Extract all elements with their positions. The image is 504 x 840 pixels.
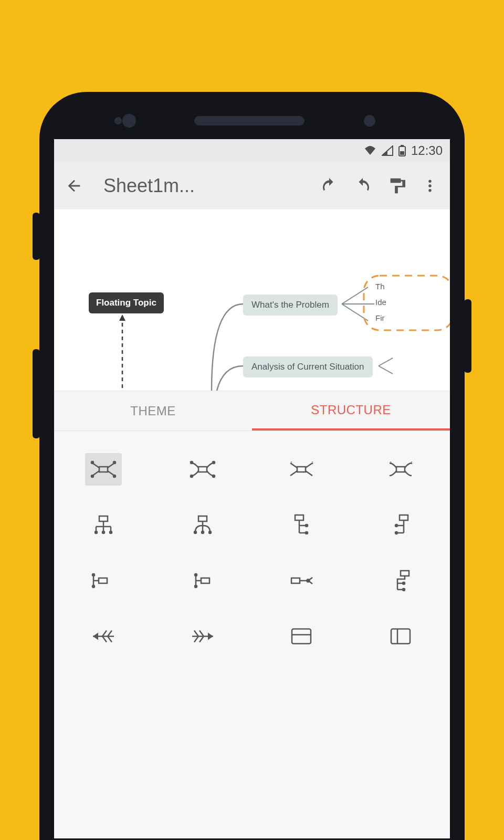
cellular-icon [382, 145, 393, 156]
svg-rect-13 [198, 467, 207, 472]
tree-down-icon [390, 570, 411, 592]
structure-fishbone-left[interactable] [85, 620, 122, 653]
svg-point-11 [113, 461, 116, 464]
undo-icon [320, 176, 339, 195]
power-button [464, 299, 471, 373]
svg-point-36 [395, 524, 397, 527]
structure-tree-down[interactable] [382, 564, 419, 597]
leaf-node-3[interactable]: Fir [375, 313, 385, 322]
phone-camera-2 [364, 115, 375, 127]
svg-text:1: 1 [290, 460, 293, 465]
svg-point-14 [191, 461, 193, 464]
tab-structure[interactable]: STRUCTURE [252, 391, 450, 430]
status-time: 12:30 [411, 143, 443, 158]
org-chart-down-alt-icon [191, 515, 214, 535]
structure-grid: 11 11 [54, 430, 450, 838]
format-paint-icon [387, 177, 405, 195]
svg-point-4 [428, 184, 432, 187]
format-button[interactable] [382, 171, 411, 201]
structure-balance-map-ordered-1[interactable]: 11 [283, 453, 320, 486]
wifi-icon [364, 145, 376, 156]
svg-point-10 [91, 475, 93, 477]
undo-button[interactable] [314, 171, 344, 201]
svg-point-48 [403, 589, 405, 591]
svg-point-34 [306, 532, 308, 534]
leaf-node-1[interactable]: Th [375, 282, 385, 291]
back-button[interactable] [59, 171, 89, 201]
svg-rect-44 [291, 578, 300, 583]
volume-up-button [33, 213, 40, 260]
structure-tree-right[interactable] [283, 509, 320, 541]
svg-point-42 [195, 574, 197, 576]
svg-rect-32 [295, 515, 303, 520]
structure-logic-right-2[interactable] [283, 564, 320, 597]
structure-tree-right-alt[interactable] [382, 509, 419, 541]
app-bar: Sheet1m... [54, 162, 450, 209]
svg-point-27 [110, 531, 112, 533]
phone-camera [122, 114, 136, 128]
structure-logic-right[interactable] [85, 564, 122, 597]
structure-logic-right-alt[interactable] [184, 564, 221, 597]
redo-button[interactable] [348, 171, 377, 201]
topic-node-analysis[interactable]: Analysis of Current Situation [243, 356, 373, 377]
more-vert-icon [422, 178, 438, 194]
tree-right-alt-icon [390, 514, 411, 536]
phone-sensor [114, 117, 122, 124]
svg-rect-8 [99, 467, 108, 472]
svg-rect-1 [401, 145, 404, 146]
svg-rect-28 [198, 516, 207, 521]
spreadsheet-cols-icon [390, 627, 412, 645]
structure-org-chart-down[interactable] [85, 509, 122, 541]
structure-spreadsheet-rows[interactable] [283, 620, 320, 653]
fishbone-right-icon [190, 628, 215, 644]
topic-node-problem[interactable]: What's the Problem [243, 295, 338, 316]
structure-fishbone-right[interactable] [184, 620, 221, 653]
svg-point-47 [403, 582, 405, 584]
svg-point-39 [92, 574, 94, 576]
svg-point-9 [91, 461, 93, 464]
screen: 12:30 Sheet1m... [54, 139, 450, 840]
svg-rect-2 [400, 151, 404, 155]
svg-text:1: 1 [311, 460, 314, 465]
svg-point-3 [428, 180, 432, 183]
phone-speaker [194, 116, 304, 125]
svg-point-26 [102, 531, 104, 533]
sheet-title[interactable]: Sheet1m... [93, 175, 310, 197]
svg-rect-49 [292, 629, 311, 644]
volume-down-button [33, 349, 40, 438]
balance-map-ordered-1-icon: 11 [288, 460, 314, 479]
balance-map-clockwise-icon [190, 460, 216, 479]
more-button[interactable] [415, 171, 445, 201]
phone-frame: 12:30 Sheet1m... [39, 92, 465, 840]
structure-spreadsheet-cols[interactable] [382, 620, 419, 653]
svg-point-31 [209, 531, 211, 533]
svg-point-25 [95, 531, 97, 533]
balance-map-ordered-2-icon: 11 [387, 460, 414, 479]
structure-balance-map[interactable] [85, 453, 122, 486]
svg-rect-18 [297, 467, 306, 472]
balance-map-icon [90, 460, 117, 479]
floating-topic-node[interactable]: Floating Topic [89, 292, 164, 313]
svg-point-5 [428, 189, 432, 192]
svg-rect-35 [400, 515, 408, 520]
logic-right-alt-icon [191, 572, 215, 589]
logic-right-icon [91, 572, 116, 589]
svg-point-15 [191, 475, 193, 477]
svg-text:1: 1 [390, 460, 392, 465]
structure-org-chart-down-alt[interactable] [184, 509, 221, 541]
tab-theme[interactable]: THEME [54, 391, 252, 430]
svg-point-29 [194, 531, 196, 533]
structure-balance-map-clockwise[interactable] [184, 453, 221, 486]
svg-point-40 [92, 585, 94, 587]
svg-rect-38 [99, 578, 107, 583]
logic-right-2-icon [289, 574, 313, 587]
leaf-node-2[interactable]: Ide [375, 298, 386, 307]
svg-point-30 [202, 531, 204, 533]
tree-right-icon [291, 514, 312, 536]
mindmap-canvas[interactable]: Floating Topic What's the Problem Analys… [54, 209, 450, 391]
svg-point-43 [195, 585, 197, 587]
structure-balance-map-ordered-2[interactable]: 11 [382, 453, 419, 486]
battery-icon [398, 145, 406, 156]
svg-point-12 [113, 475, 116, 477]
svg-rect-46 [401, 571, 409, 576]
